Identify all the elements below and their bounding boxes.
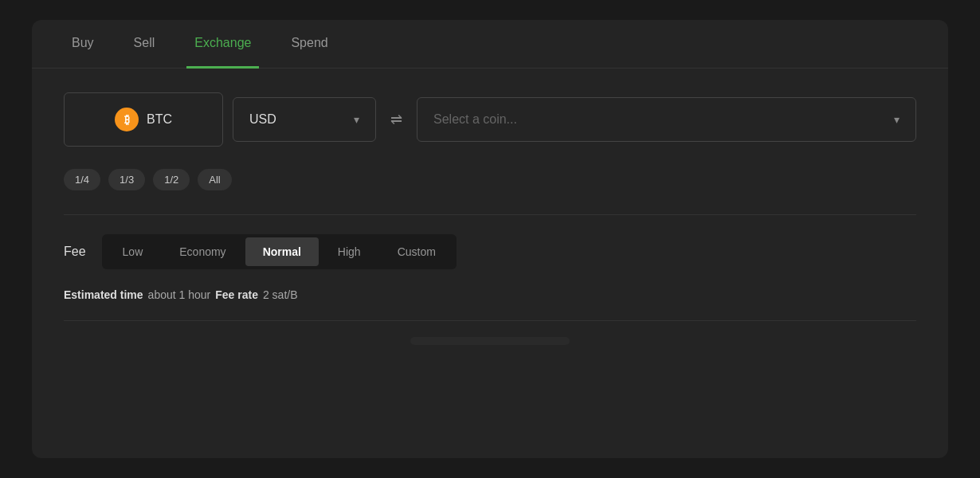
currency-selector[interactable]: USD ▾ [233, 97, 376, 142]
fee-options-group: Low Economy Normal High Custom [102, 234, 457, 269]
exchange-row: ₿ BTC USD ▾ ⇌ Select a coin... ▾ [64, 92, 916, 147]
tab-sell[interactable]: Sell [126, 20, 163, 69]
main-container: Buy Sell Exchange Spend ₿ BTC USD ▾ ⇌ Se… [32, 20, 948, 458]
fraction-row: 1/4 1/3 1/2 All [64, 169, 916, 190]
currency-label: USD [249, 112, 276, 127]
tabs-bar: Buy Sell Exchange Spend [32, 20, 948, 69]
to-coin-selector[interactable]: Select a coin... ▾ [417, 97, 916, 142]
fee-rate-label: Fee rate [215, 288, 258, 301]
content-area: ₿ BTC USD ▾ ⇌ Select a coin... ▾ 1/4 1/3… [32, 69, 948, 369]
fraction-btn-half[interactable]: 1/2 [153, 169, 190, 190]
fraction-btn-all[interactable]: All [198, 169, 231, 190]
fee-btn-low[interactable]: Low [105, 237, 161, 266]
fee-btn-custom[interactable]: Custom [380, 237, 453, 266]
estimated-time-label: Estimated time [64, 288, 143, 301]
tab-buy[interactable]: Buy [64, 20, 102, 69]
currency-chevron-icon: ▾ [354, 113, 359, 126]
exchange-button-hint [410, 337, 570, 345]
btc-icon: ₿ [115, 108, 139, 131]
fee-info-row: Estimated time about 1 hour Fee rate 2 s… [64, 285, 916, 304]
to-coin-placeholder: Select a coin... [433, 112, 517, 127]
swap-icon[interactable]: ⇌ [386, 111, 407, 128]
fraction-btn-quarter[interactable]: 1/4 [64, 169, 100, 190]
fee-btn-economy[interactable]: Economy [162, 237, 243, 266]
to-coin-chevron-icon: ▾ [894, 113, 900, 126]
from-coin-selector[interactable]: ₿ BTC [64, 92, 223, 147]
fee-rate-value: 2 sat/B [263, 288, 298, 301]
from-coin-label: BTC [147, 112, 172, 127]
tab-exchange[interactable]: Exchange [186, 20, 259, 69]
fee-btn-normal[interactable]: Normal [245, 237, 319, 266]
fee-label: Fee [64, 245, 86, 259]
divider-1 [64, 214, 916, 215]
fee-btn-high[interactable]: High [320, 237, 378, 266]
fraction-btn-third[interactable]: 1/3 [108, 169, 145, 190]
estimated-time-value: about 1 hour [148, 288, 211, 301]
bottom-area [64, 321, 916, 345]
tab-spend[interactable]: Spend [283, 20, 335, 69]
fee-section: Fee Low Economy Normal High Custom [64, 234, 916, 269]
